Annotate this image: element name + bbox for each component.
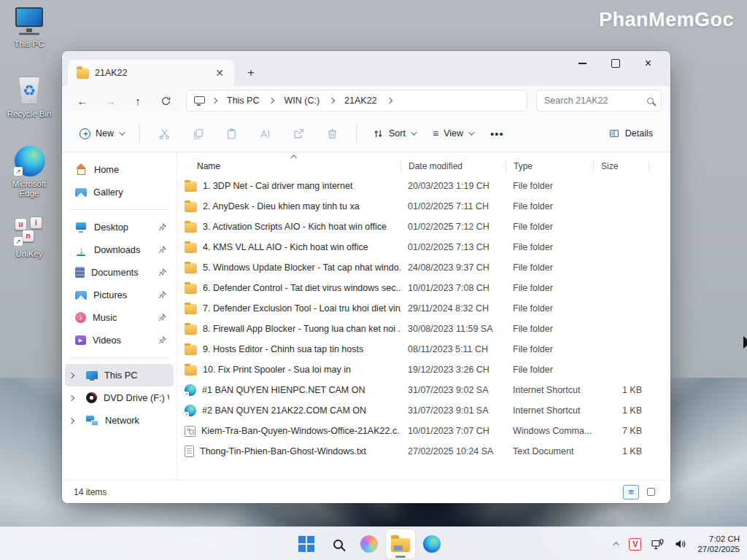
search-icon[interactable] [647,98,654,104]
taskbar-search-button[interactable] [323,529,352,559]
column-header-date-modified[interactable]: Date modified [400,160,506,173]
table-row[interactable]: 7. Defender Exclusion Tool - Loai tru kh… [177,298,670,319]
table-row[interactable]: #1 BAN QUYEN HIENPC.NET CAM ON 31/07/202… [177,380,670,400]
taskbar-center-icons [292,527,446,560]
trash-icon [326,128,338,140]
details-view-button[interactable]: ≡ [623,485,639,499]
table-row[interactable]: 10. Fix Print Spooler - Sua loi may in 1… [177,359,670,380]
sidebar-item[interactable]: Desktop [65,216,174,238]
pin-icon [158,268,166,276]
breadcrumb-item[interactable]: This PC [221,93,265,108]
network-tray-button[interactable] [649,532,667,556]
view-button[interactable]: ≡ View [425,122,480,144]
item-count: 14 items [74,487,107,497]
column-header-size[interactable]: Size [593,160,649,173]
tray-time: 7:02 CH [697,534,740,544]
breadcrumb-item[interactable]: 21AK22 [338,93,382,108]
divider [69,357,169,358]
table-row[interactable]: 4. KMS VL ALL AIO - Kich hoat win office… [177,237,670,257]
title-bar[interactable]: 21AK22 ✕ + × [62,51,670,86]
desktop-icon-microsoft-edge[interactable]: ↗ Microsoft Edge [1,146,57,198]
network-icon [651,538,665,551]
tab-close-icon[interactable]: ✕ [212,66,227,80]
details-button[interactable]: Details [601,122,660,144]
column-headers: Name Date modified Type Size [177,158,670,176]
table-row[interactable]: Kiem-Tra-Ban-Quyen-Windows-Office-21AK22… [177,421,670,441]
sidebar-item[interactable]: This PC [65,364,174,386]
sidebar-item[interactable]: ↓ Downloads [65,238,174,261]
desktop-icon-unikey[interactable]: u i n ↗ UniKey [1,216,57,259]
file-icon [185,182,197,192]
sidebar-item[interactable]: ▶ Videos [65,329,174,351]
up-button[interactable]: ↑ [126,90,150,112]
sidebar-item[interactable]: Home [65,158,174,181]
file-name: 1. 3DP Net - Cai driver mang internet [203,181,352,191]
sidebar-item[interactable]: Documents [65,261,174,284]
delete-button[interactable] [319,121,345,146]
table-row[interactable]: 6. Defender Control - Tat diet virus win… [177,278,670,298]
sidebar-item[interactable]: DVD Drive (F:) Win- [65,386,174,409]
sort-button[interactable]: Sort [365,123,422,144]
close-button[interactable]: × [632,51,665,76]
paste-button[interactable] [218,121,244,146]
chevron-right-icon [268,98,274,104]
table-row[interactable]: Thong-Tin-Phien-Ban-Ghost-Windows.txt 27… [177,441,670,462]
rename-button[interactable] [252,121,278,146]
file-date-modified: 01/02/2025 7:11 CH [400,201,506,211]
copy-button[interactable] [185,121,211,146]
sidebar-item[interactable]: Pictures [65,284,174,306]
desktop-icon-recycle-bin[interactable]: ♻ Recycle Bin [1,76,57,119]
explorer-tab[interactable]: 21AK22 ✕ [68,60,234,86]
volume-tray-button[interactable] [672,532,689,556]
breadcrumb-item[interactable]: WIN (C:) [278,93,325,108]
pin-icon [158,291,166,299]
chevron-right-icon[interactable] [69,396,80,400]
sidebar-item[interactable]: Network [65,409,174,432]
more-options-button[interactable]: ••• [483,128,511,140]
share-icon [293,128,305,140]
chevron-right-icon[interactable] [69,373,80,378]
taskbar-clock[interactable]: 7:02 CH 27/02/2025 [694,534,740,554]
hidden-icons-button[interactable] [613,532,622,556]
start-button[interactable] [292,529,321,559]
cut-button[interactable] [151,121,177,146]
pin-icon [158,314,166,322]
forward-button[interactable]: → [98,90,122,112]
new-button[interactable]: New [72,123,131,144]
minimize-button[interactable] [566,51,599,76]
table-row[interactable]: 2. AnyDesk - Dieu khien may tinh tu xa 0… [177,196,670,217]
maximize-button[interactable] [599,51,632,76]
file-icon [185,263,197,273]
back-button[interactable]: ← [71,90,94,112]
file-name: Kiem-Tra-Ban-Quyen-Windows-Office-21AK22… [201,426,400,436]
column-header-name[interactable]: Name [177,160,400,173]
table-row[interactable]: 8. Firewall App Blocker - Tuong lua chan… [177,319,670,339]
table-row[interactable]: 9. Hosts Editor - Chinh sua tap tin host… [177,339,670,359]
file-size: 1 KB [593,385,649,395]
table-row[interactable]: #2 BAN QUYEN 21AK22.COM CAM ON 31/07/202… [177,400,670,421]
sidebar-item[interactable]: Gallery [65,181,174,203]
edge-button[interactable] [417,529,446,559]
copilot-button[interactable] [355,529,384,559]
column-header-type[interactable]: Type [506,160,593,173]
file-date-modified: 10/01/2023 7:07 CH [400,426,506,436]
refresh-icon [160,96,171,106]
edge-icon [423,535,441,553]
share-button[interactable] [285,121,311,146]
new-tab-button[interactable]: + [240,62,262,84]
address-bar[interactable]: This PC WIN (C:) 21AK22 [186,90,527,112]
desktop-icon-this-pc[interactable]: This PC [1,6,57,49]
file-explorer-button[interactable] [386,529,415,559]
table-row[interactable]: 3. Activation Scripts AIO - Kich hoat wi… [177,217,670,237]
cut-icon [158,128,171,140]
search-box[interactable]: Search 21AK22 [536,90,662,112]
unikey-v-icon: V [629,538,641,551]
status-bar: 14 items ≡ [62,480,670,503]
table-row[interactable]: 1. 3DP Net - Cai driver mang internet 20… [177,176,670,196]
table-row[interactable]: 5. Windows Update Blocker - Tat cap nhat… [177,257,670,278]
refresh-button[interactable] [154,90,177,112]
sidebar-item[interactable]: ♪ Music [65,306,174,329]
large-icons-view-button[interactable] [643,485,659,499]
unikey-tray-button[interactable]: V [627,532,643,556]
chevron-right-icon[interactable] [69,419,80,423]
